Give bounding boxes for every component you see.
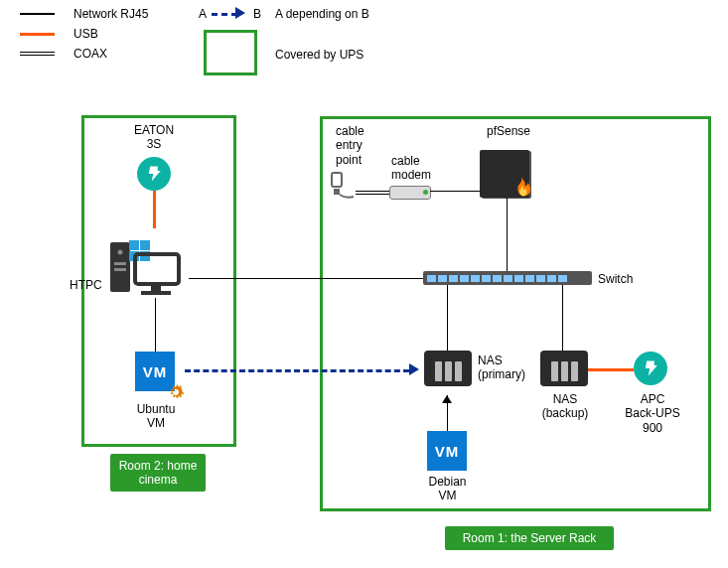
debian-vm-icon: VM (427, 431, 467, 471)
cable-modem-label: cable modem (391, 154, 431, 183)
modem-to-pfsense-line (430, 191, 480, 192)
htpc-label: HTPC (70, 278, 102, 292)
htpc-to-switch-line (189, 278, 423, 279)
debian-to-nas-arrowhead (442, 389, 452, 403)
legend-depends-arrow (235, 7, 245, 19)
pfsense-to-switch-line (507, 198, 508, 271)
cable-entry-label: cable entry point (336, 124, 364, 167)
debian-label: Debian VM (425, 475, 470, 503)
svg-rect-3 (114, 268, 126, 271)
switch-to-nas1-line (447, 285, 448, 351)
legend-depends-text: A depending on B (275, 7, 369, 21)
svg-rect-10 (141, 291, 171, 295)
svg-rect-5 (140, 240, 150, 250)
legend-network-label: Network RJ45 (73, 7, 148, 21)
legend-usb-line (20, 33, 55, 36)
svg-point-1 (118, 250, 123, 255)
switch-icon (423, 271, 592, 285)
legend-depends-a: A (199, 7, 207, 21)
ubuntu-to-nas-dependency (185, 369, 409, 372)
pfsense-label: pfSense (487, 124, 530, 138)
htpc-desktop-icon (109, 232, 187, 305)
apc-label: APC Back-UPS 900 (624, 392, 681, 435)
legend-ups-swatch (204, 30, 257, 75)
nas2-to-apc-usb (588, 368, 634, 371)
svg-rect-2 (114, 262, 126, 265)
legend-coax-line (20, 52, 55, 56)
htpc-to-ubuntu-line (155, 298, 156, 352)
apc-ups-icon (634, 352, 667, 385)
legend-depends-dash (212, 13, 237, 16)
nas-primary-label: NAS (primary) (478, 354, 525, 382)
legend-depends-b: B (253, 7, 261, 21)
cable-entry-icon (330, 171, 356, 204)
entry-to-modem-coax (356, 191, 389, 195)
legend-network-line (20, 13, 55, 15)
switch-label: Switch (598, 272, 633, 286)
ubuntu-vm-gear-icon (167, 383, 185, 401)
legend-coax-label: COAX (73, 47, 107, 61)
eaton-ups-icon (137, 157, 171, 191)
ubuntu-to-nas-arrowhead (409, 363, 419, 375)
room1-banner: Room 1: the Server Rack (445, 526, 614, 550)
svg-rect-9 (151, 284, 161, 291)
svg-rect-4 (129, 240, 139, 250)
pfsense-flame-icon (510, 177, 532, 203)
cable-modem-icon (389, 186, 431, 200)
legend-ups-text: Covered by UPS (275, 48, 364, 62)
eaton-label: EATON 3S (124, 123, 184, 152)
legend-usb-label: USB (73, 27, 98, 41)
nas-primary-icon (424, 351, 472, 386)
eaton-to-htpc-usb (153, 191, 156, 228)
switch-to-nas2-line (562, 285, 563, 351)
diagram-canvas: Network RJ45 USB COAX A B A depending on… (0, 0, 728, 568)
svg-rect-12 (334, 189, 340, 195)
room2-banner: Room 2: home cinema (110, 454, 206, 492)
nas-backup-icon (540, 351, 588, 386)
svg-rect-11 (332, 173, 342, 187)
nas-backup-label: NAS (backup) (540, 392, 590, 421)
ubuntu-label: Ubuntu VM (131, 402, 181, 431)
